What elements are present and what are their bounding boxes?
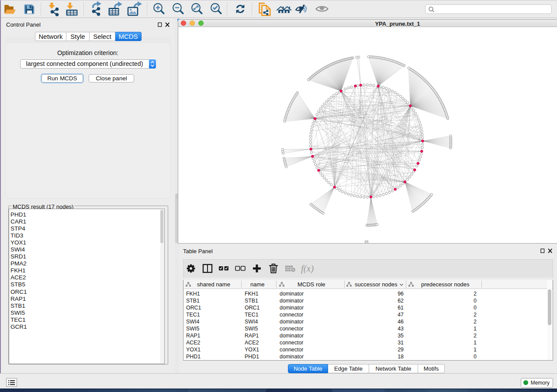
svg-text:f(x): f(x): [301, 263, 314, 274]
